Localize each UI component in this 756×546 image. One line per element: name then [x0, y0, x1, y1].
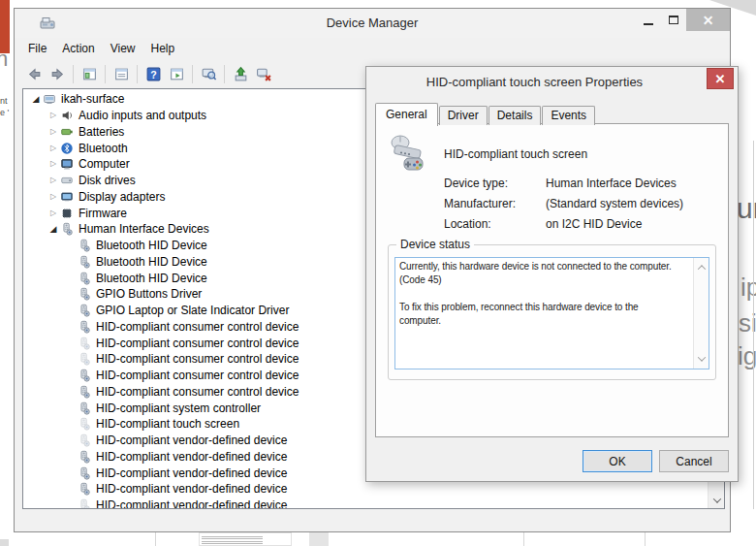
tree-item-label: GPIO Laptop or Slate Indicator Driver [96, 304, 289, 317]
tree-item-label: HID-compliant vendor-defined device [96, 482, 287, 496]
background-text-fragment: e ' [0, 108, 9, 117]
help-icon[interactable]: ? [142, 63, 164, 84]
device-status-text-box[interactable]: Currently, this hardware device is not c… [394, 257, 709, 369]
tree-item[interactable]: HID-compliant vendor-defined device [23, 498, 707, 508]
tab-driver[interactable]: Driver [439, 106, 488, 125]
field-manufacturer: Manufacturer:(Standard system devices) [444, 197, 720, 210]
menu-help[interactable]: Help [143, 39, 183, 58]
hid-icon [78, 304, 92, 317]
minimize-icon [644, 23, 653, 25]
hid-icon [78, 498, 92, 508]
menu-file[interactable]: File [20, 39, 54, 58]
device-status-group: Device status Currently, this hardware d… [388, 244, 716, 380]
device-manager-titlebar[interactable]: Device Manager ✕ [15, 9, 730, 38]
field-device-type: Device type:Human Interface Devices [444, 177, 720, 190]
minimize-button[interactable] [636, 9, 661, 31]
expand-arrow-icon[interactable]: ◢ [47, 225, 60, 234]
hid-icon [78, 417, 92, 431]
tab-strip: General Driver Details Events [375, 105, 596, 125]
hid-icon [78, 239, 92, 252]
background-divider [523, 530, 524, 546]
hid-icon [78, 450, 92, 464]
computer-icon [43, 92, 57, 106]
dialog-close-button[interactable]: ✕ [707, 68, 734, 89]
update-driver-icon[interactable] [230, 63, 251, 84]
menu-bar: File Action View Help [15, 38, 730, 59]
tree-item[interactable]: HID-compliant vendor-defined device [23, 481, 707, 498]
hid-icon [78, 320, 92, 334]
menu-view[interactable]: View [103, 39, 143, 58]
field-label: Location: [444, 217, 546, 231]
close-button[interactable]: ✕ [686, 9, 730, 31]
background-divider [753, 141, 754, 509]
scan-hardware-changes-icon[interactable] [198, 63, 219, 84]
status-scrollbar[interactable] [693, 258, 709, 369]
dialog-titlebar[interactable]: HID-compliant touch screen Properties ✕ [366, 67, 738, 96]
tab-general[interactable]: General [375, 103, 438, 126]
hid-icon [78, 255, 92, 269]
toolbar-separator [137, 65, 138, 83]
close-icon: ✕ [703, 13, 714, 28]
tree-item-label: Human Interface Devices [79, 222, 209, 236]
expand-arrow-icon[interactable]: ▷ [47, 128, 60, 136]
hid-icon [78, 369, 92, 382]
battery-icon [60, 125, 75, 139]
tree-item-label: Bluetooth HID Device [96, 239, 207, 252]
close-icon: ✕ [715, 72, 726, 86]
expand-arrow-icon[interactable]: ▷ [47, 209, 60, 217]
hid-device-icon [388, 132, 430, 175]
speaker-icon [60, 109, 75, 122]
bluetooth-icon [60, 142, 75, 155]
hid-icon [78, 466, 92, 480]
toolbar-separator [73, 65, 74, 83]
expand-arrow-icon[interactable]: ◢ [29, 95, 43, 104]
tree-item-label: Bluetooth HID Device [96, 255, 207, 269]
hid-icon [78, 482, 92, 496]
tree-item-label: Display adapters [79, 190, 165, 204]
tree-item-label: HID-compliant consumer control device [96, 385, 299, 399]
dialog-title: HID-compliant touch screen Properties [366, 75, 703, 89]
maximize-icon [669, 16, 678, 24]
background-divider [155, 532, 156, 546]
background-accent-bar [0, 0, 10, 53]
scroll-down-icon[interactable] [694, 352, 709, 366]
field-label: Manufacturer: [444, 197, 546, 210]
tree-item-label: HID-compliant vendor-defined device [96, 466, 287, 480]
tree-item-label: HID-compliant consumer control device [96, 369, 299, 382]
tab-events[interactable]: Events [542, 106, 595, 125]
tree-item-label: Disk drives [79, 174, 136, 187]
field-label: Device type: [444, 177, 546, 190]
tree-item-label: Bluetooth [79, 142, 128, 155]
disk-icon [60, 174, 75, 187]
window-controls: ✕ [636, 9, 730, 31]
forward-icon[interactable] [47, 63, 68, 84]
hid-icon [78, 272, 92, 285]
scroll-down-icon[interactable] [709, 492, 725, 508]
menu-action[interactable]: Action [54, 39, 102, 58]
expand-arrow-icon[interactable]: ▷ [47, 112, 60, 119]
show-console-tree-icon[interactable] [79, 63, 100, 84]
cancel-button[interactable]: Cancel [659, 450, 729, 472]
expand-arrow-icon[interactable]: ▷ [47, 145, 60, 152]
ok-button[interactable]: OK [583, 450, 652, 472]
expand-arrow-icon[interactable]: ▷ [47, 160, 60, 168]
expand-arrow-icon[interactable]: ▷ [47, 193, 60, 201]
tree-item-label: Bluetooth HID Device [96, 272, 207, 285]
field-value: on I2C HID Device [546, 217, 642, 231]
field-location: Location:on I2C HID Device [444, 217, 720, 231]
action-pane-icon[interactable] [166, 63, 187, 84]
properties-icon[interactable] [110, 63, 132, 84]
window-title: Device Manager [15, 16, 730, 30]
tree-item-label: Computer [79, 157, 130, 171]
hid-icon [78, 287, 92, 301]
scroll-up-icon[interactable] [694, 261, 709, 274]
svg-text:?: ? [150, 68, 156, 80]
hid-icon [60, 222, 75, 236]
expand-arrow-icon[interactable]: ▷ [47, 177, 60, 184]
back-icon[interactable] [23, 63, 45, 84]
tab-details[interactable]: Details [488, 106, 542, 125]
uninstall-device-icon[interactable] [253, 63, 274, 84]
maximize-button[interactable] [661, 9, 686, 31]
hid-icon [78, 352, 92, 366]
hid-icon [78, 337, 92, 350]
